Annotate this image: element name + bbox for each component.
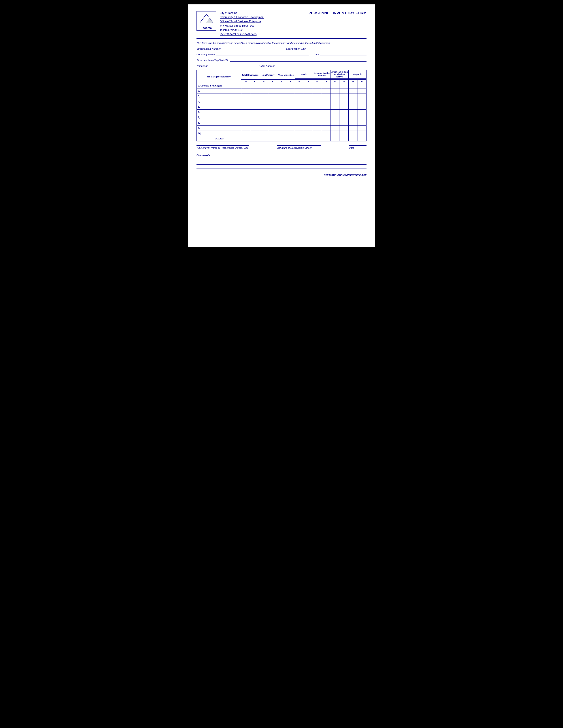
cell-0-12[interactable] bbox=[349, 83, 357, 88]
cell-4-3[interactable] bbox=[268, 104, 277, 110]
cell-6-0[interactable] bbox=[241, 115, 250, 120]
cell-7-5[interactable] bbox=[286, 120, 295, 126]
cell-7-6[interactable] bbox=[295, 120, 304, 126]
cell-5-4[interactable] bbox=[277, 110, 286, 115]
cell-4-7[interactable] bbox=[304, 104, 313, 110]
cell-9-6[interactable] bbox=[295, 131, 304, 136]
cell-7-13[interactable] bbox=[358, 120, 367, 126]
cell-3-12[interactable] bbox=[349, 99, 357, 104]
cell-7-7[interactable] bbox=[304, 120, 313, 126]
cell-8-7[interactable] bbox=[304, 126, 313, 131]
cell-2-3[interactable] bbox=[268, 94, 277, 99]
cell-0-4[interactable] bbox=[277, 83, 286, 88]
cell-4-6[interactable] bbox=[295, 104, 304, 110]
cell-2-9[interactable] bbox=[322, 94, 331, 99]
cell-4-13[interactable] bbox=[358, 104, 367, 110]
cell-8-9[interactable] bbox=[322, 126, 331, 131]
cell-1-3[interactable] bbox=[268, 88, 277, 94]
cell-5-7[interactable] bbox=[304, 110, 313, 115]
cell-5-12[interactable] bbox=[349, 110, 357, 115]
cell-9-12[interactable] bbox=[349, 131, 357, 136]
cell-1-12[interactable] bbox=[349, 88, 357, 94]
cell-9-2[interactable] bbox=[259, 131, 268, 136]
cell-9-7[interactable] bbox=[304, 131, 313, 136]
cell-4-5[interactable] bbox=[286, 104, 295, 110]
cell-1-10[interactable] bbox=[331, 88, 340, 94]
cell-0-9[interactable] bbox=[322, 83, 331, 88]
cell-2-11[interactable] bbox=[340, 94, 349, 99]
cell-6-5[interactable] bbox=[286, 115, 295, 120]
cell-1-2[interactable] bbox=[259, 88, 268, 94]
cell-5-11[interactable] bbox=[340, 110, 349, 115]
cell-9-13[interactable] bbox=[358, 131, 367, 136]
cell-5-8[interactable] bbox=[313, 110, 322, 115]
cell-8-1[interactable] bbox=[250, 126, 259, 131]
cell-6-6[interactable] bbox=[295, 115, 304, 120]
cell-3-0[interactable] bbox=[241, 99, 250, 104]
cell-8-3[interactable] bbox=[268, 126, 277, 131]
cell-3-13[interactable] bbox=[358, 99, 367, 104]
company-name-input[interactable] bbox=[216, 52, 309, 56]
cell-7-11[interactable] bbox=[340, 120, 349, 126]
cell-7-3[interactable] bbox=[268, 120, 277, 126]
cell-9-10[interactable] bbox=[331, 131, 340, 136]
cell-6-12[interactable] bbox=[349, 115, 357, 120]
cell-5-5[interactable] bbox=[286, 110, 295, 115]
cell-2-13[interactable] bbox=[358, 94, 367, 99]
cell-9-3[interactable] bbox=[268, 131, 277, 136]
cell-5-6[interactable] bbox=[295, 110, 304, 115]
cell-2-2[interactable] bbox=[259, 94, 268, 99]
cell-4-10[interactable] bbox=[331, 104, 340, 110]
date-input[interactable] bbox=[320, 52, 367, 56]
cell-5-13[interactable] bbox=[358, 110, 367, 115]
spec-title-input[interactable] bbox=[307, 47, 367, 50]
cell-10-12[interactable] bbox=[349, 136, 357, 141]
cell-2-7[interactable] bbox=[304, 94, 313, 99]
cell-10-8[interactable] bbox=[313, 136, 322, 141]
cell-0-6[interactable] bbox=[295, 83, 304, 88]
cell-0-11[interactable] bbox=[340, 83, 349, 88]
cell-6-11[interactable] bbox=[340, 115, 349, 120]
cell-7-8[interactable] bbox=[313, 120, 322, 126]
cell-3-8[interactable] bbox=[313, 99, 322, 104]
cell-10-6[interactable] bbox=[295, 136, 304, 141]
cell-3-2[interactable] bbox=[259, 99, 268, 104]
cell-3-7[interactable] bbox=[304, 99, 313, 104]
cell-9-11[interactable] bbox=[340, 131, 349, 136]
cell-7-12[interactable] bbox=[349, 120, 357, 126]
cell-1-6[interactable] bbox=[295, 88, 304, 94]
cell-10-0[interactable] bbox=[241, 136, 250, 141]
cell-10-1[interactable] bbox=[250, 136, 259, 141]
telephone-input[interactable] bbox=[209, 64, 254, 67]
cell-1-5[interactable] bbox=[286, 88, 295, 94]
cell-10-5[interactable] bbox=[286, 136, 295, 141]
cell-6-2[interactable] bbox=[259, 115, 268, 120]
cell-4-8[interactable] bbox=[313, 104, 322, 110]
cell-2-4[interactable] bbox=[277, 94, 286, 99]
cell-0-7[interactable] bbox=[304, 83, 313, 88]
cell-1-9[interactable] bbox=[322, 88, 331, 94]
cell-8-13[interactable] bbox=[358, 126, 367, 131]
cell-2-12[interactable] bbox=[349, 94, 357, 99]
cell-0-0[interactable] bbox=[241, 83, 250, 88]
cell-8-0[interactable] bbox=[241, 126, 250, 131]
cell-3-6[interactable] bbox=[295, 99, 304, 104]
cell-6-3[interactable] bbox=[268, 115, 277, 120]
cell-6-7[interactable] bbox=[304, 115, 313, 120]
cell-1-0[interactable] bbox=[241, 88, 250, 94]
cell-8-6[interactable] bbox=[295, 126, 304, 131]
cell-6-10[interactable] bbox=[331, 115, 340, 120]
cell-10-2[interactable] bbox=[259, 136, 268, 141]
cell-6-9[interactable] bbox=[322, 115, 331, 120]
cell-6-1[interactable] bbox=[250, 115, 259, 120]
cell-6-8[interactable] bbox=[313, 115, 322, 120]
cell-1-4[interactable] bbox=[277, 88, 286, 94]
cell-1-8[interactable] bbox=[313, 88, 322, 94]
cell-4-4[interactable] bbox=[277, 104, 286, 110]
cell-4-9[interactable] bbox=[322, 104, 331, 110]
cell-10-10[interactable] bbox=[331, 136, 340, 141]
cell-0-1[interactable] bbox=[250, 83, 259, 88]
cell-0-13[interactable] bbox=[358, 83, 367, 88]
cell-9-8[interactable] bbox=[313, 131, 322, 136]
cell-8-2[interactable] bbox=[259, 126, 268, 131]
